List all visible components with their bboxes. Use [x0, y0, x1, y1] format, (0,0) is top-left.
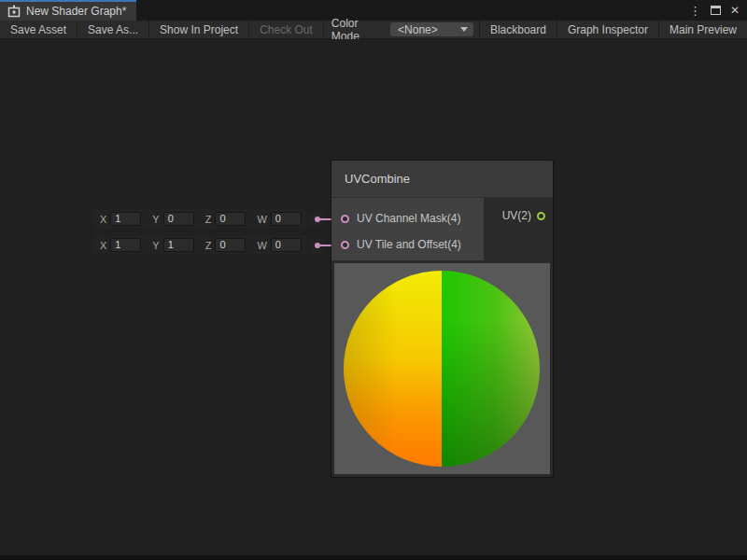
x-label: X — [100, 240, 106, 251]
node-title: UVCombine — [331, 161, 553, 198]
color-mode-label: Color Mode — [324, 21, 390, 38]
input-port-uv-channel-mask[interactable]: UV Channel Mask(4) — [331, 205, 484, 231]
tab-new-shader-graph[interactable]: New Shader Graph* — [0, 0, 136, 21]
sphere-right-half — [442, 271, 540, 467]
check-out-button: Check Out — [249, 21, 324, 38]
vector4-input-row-2: X1 Y1 Z0 W0 — [93, 235, 325, 255]
z-field[interactable]: 0 — [215, 238, 246, 252]
maximize-icon[interactable] — [711, 6, 721, 15]
sphere-left-half — [344, 271, 442, 467]
node-body: UV Channel Mask(4) UV Tile and Offset(4)… — [331, 198, 553, 260]
output-port-uv[interactable]: UV(2) — [502, 209, 545, 222]
shader-graph-icon — [7, 5, 21, 18]
vector4-fields: X1 Y1 Z0 W0 — [93, 235, 307, 255]
y-label: Y — [152, 240, 159, 251]
node-output-section: UV(2) — [484, 198, 553, 260]
x-field[interactable]: 1 — [110, 212, 141, 226]
window-bottom-edge — [0, 555, 747, 560]
tab-title: New Shader Graph* — [26, 5, 126, 18]
y-label: Y — [152, 214, 159, 225]
vector4-fields: X1 Y0 Z0 W0 — [93, 209, 307, 229]
main-preview-button[interactable]: Main Preview — [658, 21, 747, 38]
port-circle-icon[interactable] — [341, 241, 349, 249]
z-label: Z — [205, 240, 212, 251]
vector4-input-row-1: X1 Y0 Z0 W0 — [93, 209, 325, 229]
node-uvcombine[interactable]: UVCombine UV Channel Mask(4) UV Tile and… — [331, 161, 553, 477]
input-port-label: UV Channel Mask(4) — [357, 212, 460, 225]
port-circle-icon[interactable] — [341, 215, 349, 223]
close-icon[interactable]: ✕ — [730, 5, 740, 16]
y-field[interactable]: 0 — [163, 212, 194, 226]
graph-canvas[interactable]: X1 Y0 Z0 W0 X1 Y1 Z0 W0 UVCombine UV Cha… — [0, 39, 747, 560]
w-field[interactable]: 0 — [271, 212, 302, 226]
preview-sphere — [344, 271, 540, 467]
save-asset-button[interactable]: Save Asset — [0, 21, 78, 38]
output-port-label: UV(2) — [502, 209, 531, 222]
graph-inspector-button[interactable]: Graph Inspector — [557, 21, 658, 38]
w-label: W — [257, 214, 266, 225]
color-mode-value: <None> — [398, 23, 460, 36]
blackboard-button[interactable]: Blackboard — [479, 21, 557, 38]
menu-icon[interactable]: ⋮ — [689, 5, 701, 17]
window-controls: ⋮ ✕ — [689, 0, 747, 21]
input-port-uv-tile-offset[interactable]: UV Tile and Offset(4) — [331, 231, 484, 258]
node-input-section: UV Channel Mask(4) UV Tile and Offset(4) — [331, 198, 484, 260]
node-preview — [334, 263, 550, 474]
w-label: W — [257, 240, 266, 251]
port-circle-icon[interactable] — [537, 212, 545, 220]
show-in-project-button[interactable]: Show In Project — [149, 21, 249, 38]
save-as-button[interactable]: Save As... — [78, 21, 149, 38]
chevron-down-icon — [460, 27, 468, 32]
x-field[interactable]: 1 — [110, 238, 141, 252]
x-label: X — [100, 214, 106, 225]
y-field[interactable]: 1 — [163, 238, 194, 252]
input-port-label: UV Tile and Offset(4) — [357, 238, 461, 251]
toolbar: Save Asset Save As... Show In Project Ch… — [0, 21, 747, 39]
z-label: Z — [205, 214, 212, 225]
color-mode-dropdown[interactable]: <None> — [390, 22, 473, 36]
w-field[interactable]: 0 — [271, 238, 302, 252]
z-field[interactable]: 0 — [215, 212, 246, 226]
titlebar-spacer — [136, 0, 689, 21]
